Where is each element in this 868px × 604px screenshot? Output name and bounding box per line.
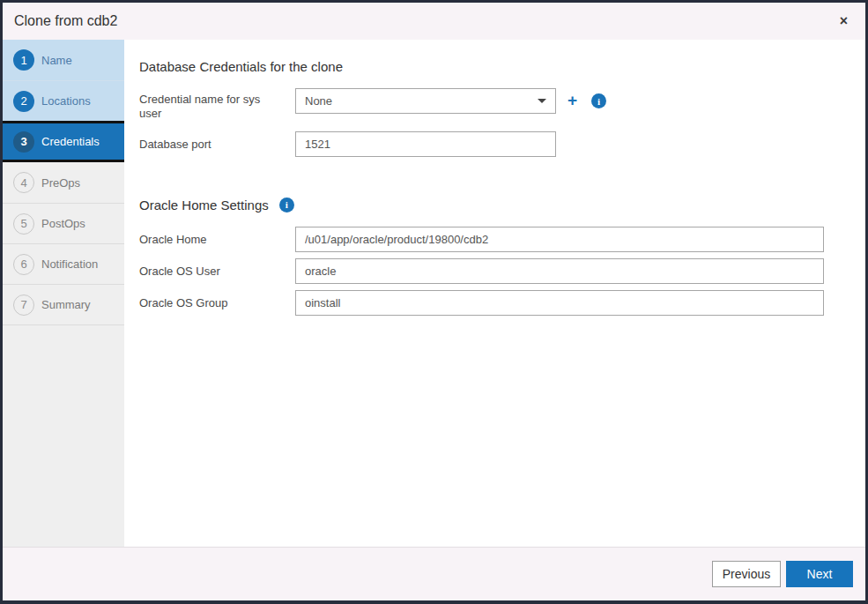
step-label: Credentials (41, 135, 100, 148)
add-credential-icon[interactable]: + (568, 91, 577, 122)
database-port-row: Database port (139, 131, 848, 157)
credentials-section-heading: Database Credentials for the clone (139, 59, 848, 74)
clone-wizard-dialog: Clone from cdb2 × 1 Name 2 Locations 3 C… (0, 0, 868, 604)
step-preops[interactable]: 4 PreOps (3, 162, 124, 203)
oracle-home-label: Oracle Home (139, 227, 295, 252)
step-label: Name (41, 54, 72, 67)
sidebar-filler (3, 324, 124, 547)
step-label: PostOps (41, 217, 85, 230)
oracle-os-user-label: Oracle OS User (139, 258, 295, 284)
step-locations[interactable]: 2 Locations (3, 80, 124, 121)
next-button[interactable]: Next (786, 561, 853, 587)
close-icon[interactable]: × (840, 14, 848, 28)
dialog-title: Clone from cdb2 (14, 13, 117, 29)
wizard-footer: Previous Next (3, 547, 865, 600)
oracle-home-input[interactable] (295, 227, 824, 252)
oracle-os-user-row: Oracle OS User (139, 258, 848, 284)
step-postops[interactable]: 5 PostOps (3, 203, 124, 243)
chevron-down-icon (538, 99, 546, 103)
step-number-badge: 4 (13, 172, 34, 193)
oracle-home-info-icon[interactable]: i (279, 198, 294, 213)
step-name[interactable]: 1 Name (3, 40, 124, 80)
wizard-step-list: 1 Name 2 Locations 3 Credentials 4 PreOp… (3, 40, 124, 547)
step-label: PreOps (41, 176, 80, 190)
previous-button[interactable]: Previous (712, 561, 781, 587)
step-credentials[interactable]: 3 Credentials (3, 121, 124, 162)
step-number-badge: 7 (13, 295, 34, 316)
credential-name-row: Credential name for sys user None + i (139, 88, 848, 122)
step-number-badge: 3 (13, 131, 34, 153)
step-label: Notification (41, 257, 98, 271)
step-summary[interactable]: 7 Summary (3, 284, 124, 324)
oracle-home-row: Oracle Home (139, 227, 848, 252)
dialog-titlebar: Clone from cdb2 × (3, 3, 865, 40)
oracle-os-group-input[interactable] (295, 290, 824, 316)
step-number-badge: 1 (13, 49, 34, 71)
step-label: Locations (41, 94, 91, 108)
oracle-os-group-label: Oracle OS Group (139, 290, 295, 316)
credential-name-selected-value: None (305, 94, 538, 108)
oracle-home-heading-text: Oracle Home Settings (139, 198, 269, 213)
step-notification[interactable]: 6 Notification (3, 243, 124, 284)
credential-name-label: Credential name for sys user (139, 88, 295, 122)
step-number-badge: 2 (13, 91, 34, 112)
step-label: Summary (41, 298, 91, 311)
credential-info-icon[interactable]: i (591, 93, 606, 108)
step-number-badge: 5 (13, 213, 34, 235)
credential-name-select[interactable]: None (295, 88, 556, 114)
step-number-badge: 6 (13, 254, 34, 275)
database-port-input[interactable] (295, 131, 556, 157)
oracle-os-user-input[interactable] (295, 258, 824, 284)
oracle-home-section-heading: Oracle Home Settings i (139, 198, 848, 213)
step-content-panel: Database Credentials for the clone Crede… (124, 40, 865, 547)
database-port-label: Database port (139, 131, 295, 157)
oracle-os-group-row: Oracle OS Group (139, 290, 848, 316)
